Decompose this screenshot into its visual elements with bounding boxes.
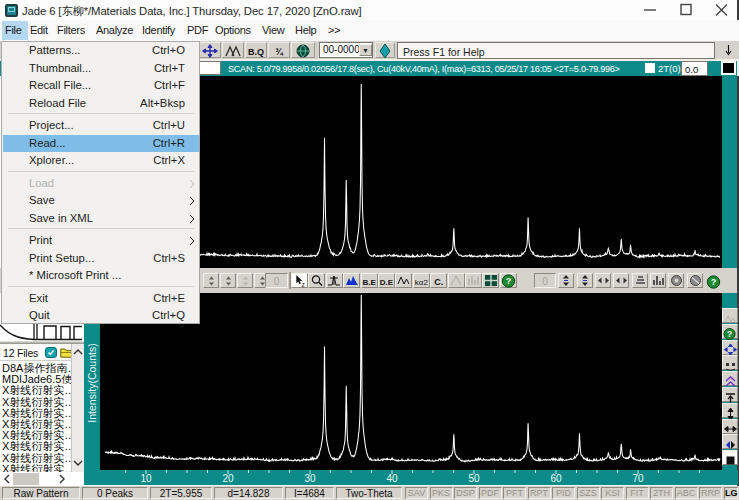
svg-text:?: ? [727, 329, 732, 339]
